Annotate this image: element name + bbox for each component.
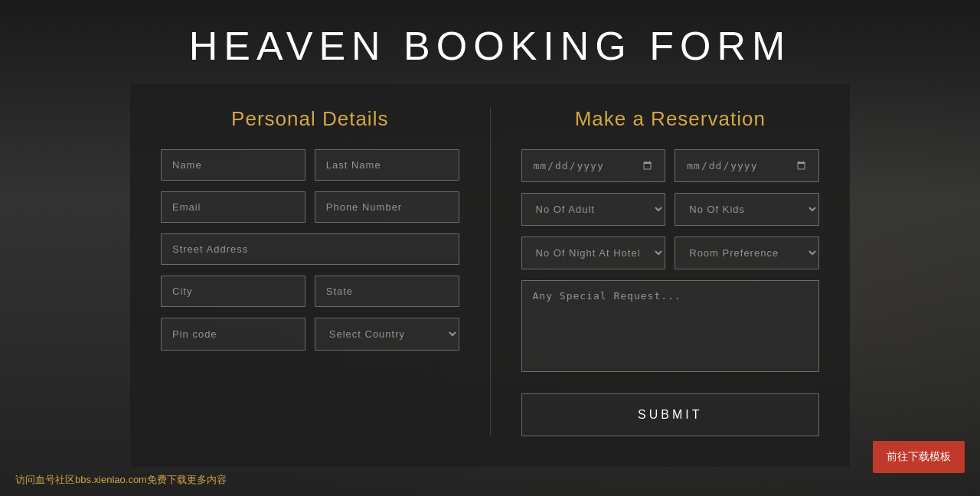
street-address-input[interactable] xyxy=(161,233,459,265)
first-name-input[interactable] xyxy=(161,149,305,181)
adults-select[interactable]: No Of Adult 1 2 3 4 5 xyxy=(521,193,666,226)
contact-row xyxy=(161,191,459,223)
last-name-input[interactable] xyxy=(315,149,459,181)
pincode-country-row: Select Country USA UK India Australia Ca… xyxy=(161,318,459,351)
reservation-section: Make a Reservation No Of Adult 1 2 3 4 5 xyxy=(521,107,820,436)
watermark-text: 访问血号社区bbs.xienlao.com免费下载更多内容 xyxy=(15,473,227,487)
personal-details-section: Personal Details xyxy=(161,107,459,436)
special-request-textarea[interactable] xyxy=(521,280,820,372)
submit-button[interactable]: SUBMIT xyxy=(521,393,820,436)
guests-row: No Of Adult 1 2 3 4 5 No Of Kids 0 1 2 3 xyxy=(521,193,820,226)
room-preference-select[interactable]: Room Preference Single Double Suite Delu… xyxy=(675,237,819,269)
special-request-row xyxy=(521,280,820,372)
country-select[interactable]: Select Country USA UK India Australia Ca… xyxy=(315,318,459,351)
name-row xyxy=(161,149,459,181)
email-input[interactable] xyxy=(161,191,305,223)
download-template-button[interactable]: 前往下载模板 xyxy=(873,441,965,473)
column-divider xyxy=(490,107,491,436)
nights-select[interactable]: No Of Night At Hotel 1 2 3 4 5 6 7 xyxy=(521,237,666,269)
city-state-row xyxy=(161,276,459,307)
pincode-input[interactable] xyxy=(161,318,305,351)
kids-select[interactable]: No Of Kids 0 1 2 3 xyxy=(675,193,819,226)
personal-details-title: Personal Details xyxy=(161,107,459,131)
city-input[interactable] xyxy=(161,276,305,307)
dates-row xyxy=(521,149,820,182)
page-title: HEAVEN BOOKING FORM xyxy=(0,0,980,84)
street-row xyxy=(161,233,459,265)
checkin-date-input[interactable] xyxy=(521,149,666,182)
phone-input[interactable] xyxy=(315,191,459,223)
nights-room-row: No Of Night At Hotel 1 2 3 4 5 6 7 Room … xyxy=(521,237,820,269)
booking-form: Personal Details xyxy=(130,84,850,467)
checkout-date-input[interactable] xyxy=(675,149,819,182)
reservation-title: Make a Reservation xyxy=(521,107,820,131)
state-input[interactable] xyxy=(315,276,459,307)
